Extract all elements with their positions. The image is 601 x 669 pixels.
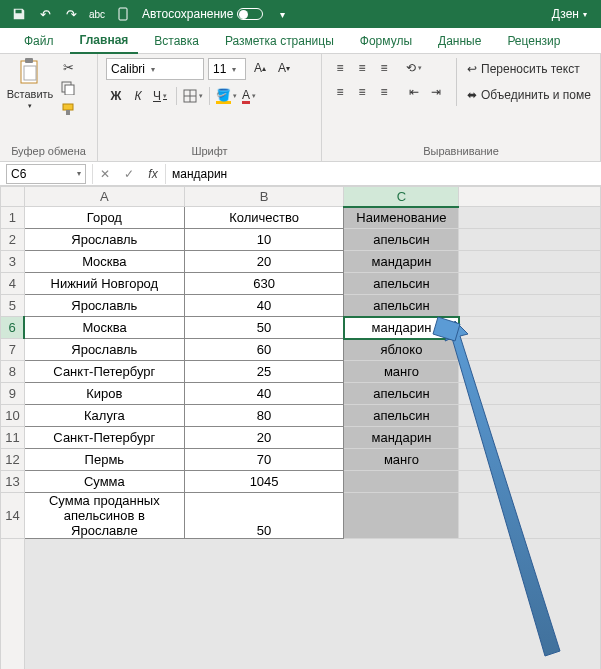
tab-home[interactable]: Главная [70,28,139,54]
tab-review[interactable]: Рецензир [497,29,570,53]
ribbon: Вставить ▾ ✂ Буфер обмена Calibri▾ 11▾ A… [0,54,601,162]
underline-button[interactable]: Ч▾ [150,86,170,106]
svg-rect-7 [66,110,70,115]
svg-rect-2 [25,58,33,63]
group-label-alignment: Выравнивание [330,145,592,159]
table-row[interactable]: 11Санкт-Петербург20мандарин [1,427,601,449]
decrease-font-icon[interactable]: A▾ [274,58,294,78]
table-row[interactable]: 8Санкт-Петербург25манго [1,361,601,383]
table-row[interactable]: 13 Сумма 1045 [1,471,601,493]
align-right-icon[interactable]: ≡ [374,82,394,102]
align-bottom-icon[interactable]: ≡ [374,58,394,78]
table-row[interactable]: 9Киров40апельсин [1,383,601,405]
tab-layout[interactable]: Разметка страницы [215,29,344,53]
borders-icon[interactable]: ▾ [183,86,203,106]
group-alignment: ≡ ≡ ≡ ⟲▾ ≡ ≡ ≡ ⇤ ⇥ ↩Переносить текст [322,54,601,161]
formula-input[interactable]: мандарин [166,167,601,181]
fill-color-icon[interactable]: 🪣▾ [216,86,237,106]
clipboard-icon [16,58,44,86]
orientation-icon[interactable]: ⟲▾ [404,58,424,78]
font-size-combo[interactable]: 11▾ [208,58,246,80]
redo-icon[interactable]: ↷ [58,4,84,24]
chevron-down-icon: ▾ [583,10,587,19]
group-clipboard: Вставить ▾ ✂ Буфер обмена [0,54,98,161]
table-row[interactable]: 4Нижний Новгород630апельсин [1,273,601,295]
increase-indent-icon[interactable]: ⇥ [426,82,446,102]
chevron-down-icon: ▾ [77,169,81,178]
table-row[interactable]: 3Москва20мандарин [1,251,601,273]
chevron-down-icon: ▾ [232,65,236,74]
align-top-icon[interactable]: ≡ [330,58,350,78]
autosave-switch-icon[interactable] [237,8,263,20]
align-middle-icon[interactable]: ≡ [352,58,372,78]
decrease-indent-icon[interactable]: ⇤ [404,82,424,102]
group-font: Calibri▾ 11▾ A▴ A▾ Ж К Ч▾ ▾ 🪣▾ A▾ Шрифт [98,54,322,161]
paste-label: Вставить [7,88,54,100]
col-header-a[interactable]: A [24,187,184,207]
col-header-c[interactable]: C [344,187,459,207]
col-header-rest[interactable] [459,187,601,207]
tab-data[interactable]: Данные [428,29,491,53]
svg-rect-3 [24,66,36,80]
main-menu[interactable]: Дзен ▾ [544,7,595,21]
table-row[interactable]: 14 Сумма проданных апельсинов в Ярославл… [1,493,601,539]
table-row[interactable]: 6Москва50мандарин [1,317,601,339]
qat-dropdown-icon[interactable]: ▾ [269,4,295,24]
formula-bar: C6 ▾ ✕ ✓ fx мандарин [0,162,601,186]
tab-formulas[interactable]: Формулы [350,29,422,53]
group-label-clipboard: Буфер обмена [8,145,89,159]
table-row[interactable]: 2Ярославль10апельсин [1,229,601,251]
grid-table[interactable]: A B C 1 Город Количество Наименование 2Я… [0,186,601,669]
align-left-icon[interactable]: ≡ [330,82,350,102]
bold-button[interactable]: Ж [106,86,126,106]
align-center-icon[interactable]: ≡ [352,82,372,102]
select-all-corner[interactable] [1,187,25,207]
italic-button[interactable]: К [128,86,148,106]
table-row[interactable]: 12Пермь70манго [1,449,601,471]
table-row[interactable]: 5Ярославль40апельсин [1,295,601,317]
cancel-formula-icon[interactable]: ✕ [93,164,117,184]
chevron-down-icon: ▾ [151,65,155,74]
chevron-down-icon: ▾ [28,102,32,110]
autosave-toggle[interactable]: Автосохранение [136,7,269,21]
font-color-icon[interactable]: A▾ [239,86,259,106]
main-menu-label: Дзен [552,7,579,21]
touch-icon[interactable] [110,4,136,24]
fx-icon[interactable]: fx [141,164,165,184]
font-name-combo[interactable]: Calibri▾ [106,58,204,80]
table-row[interactable]: 10Калуга80апельсин [1,405,601,427]
wrap-text-button[interactable]: ↩Переносить текст [467,58,591,80]
cut-icon[interactable]: ✂ [58,58,78,76]
titlebar: ↶ ↷ abc Автосохранение ▾ Дзен ▾ [0,0,601,28]
save-icon[interactable] [6,4,32,24]
paste-button[interactable]: Вставить ▾ [8,58,52,110]
enter-formula-icon[interactable]: ✓ [117,164,141,184]
group-label-font: Шрифт [106,145,313,159]
col-header-b[interactable]: B [184,187,344,207]
tab-insert[interactable]: Вставка [144,29,209,53]
ribbon-tabs: Файл Главная Вставка Разметка страницы Ф… [0,28,601,54]
copy-icon[interactable] [58,79,78,97]
svg-rect-5 [65,85,74,95]
name-box[interactable]: C6 ▾ [6,164,86,184]
merge-cells-button[interactable]: ⬌Объединить и поме [467,84,591,106]
table-row[interactable]: 7Ярославль60яблоко [1,339,601,361]
tab-file[interactable]: Файл [14,29,64,53]
svg-rect-0 [119,8,127,20]
undo-icon[interactable]: ↶ [32,4,58,24]
wrap-text-icon: ↩ [467,62,477,76]
spreadsheet-grid: A B C 1 Город Количество Наименование 2Я… [0,186,601,669]
svg-rect-6 [63,104,73,110]
merge-icon: ⬌ [467,88,477,102]
spellcheck-icon[interactable]: abc [84,4,110,24]
increase-font-icon[interactable]: A▴ [250,58,270,78]
autosave-label: Автосохранение [142,7,233,21]
table-row[interactable]: 1 Город Количество Наименование [1,207,601,229]
format-painter-icon[interactable] [58,100,78,118]
